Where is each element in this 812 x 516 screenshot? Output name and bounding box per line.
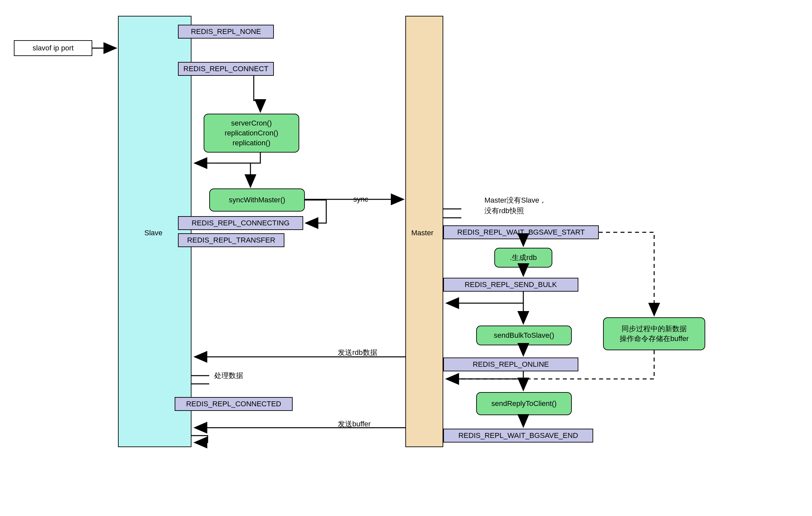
state-transfer: REDIS_REPL_TRANSFER xyxy=(178,233,284,247)
proc-cron: serverCron() replicationCron() replicati… xyxy=(204,114,299,152)
proc-sync: syncWithMaster() xyxy=(209,189,305,211)
state-online: REDIS_REPL_ONLINE xyxy=(443,357,578,371)
slave-title: Slave xyxy=(144,229,163,237)
state-send-bulk: REDIS_REPL_SEND_BULK xyxy=(443,278,578,292)
proc-buffer: 同步过程中的新数据 操作命令存储在buffer xyxy=(603,317,705,350)
state-wait-start: REDIS_REPL_WAIT_BGSAVE_START xyxy=(443,225,599,239)
proc-gen-rdb: .生成rdb xyxy=(494,248,552,267)
label-sync: sync xyxy=(353,195,368,204)
master-title: Master xyxy=(411,229,433,237)
label-noslave2: 没有rdb快照 xyxy=(485,206,524,216)
proc-send-bulk: sendBulkToSlave() xyxy=(476,325,572,345)
state-connect: REDIS_REPL_CONNECT xyxy=(178,62,274,76)
label-process: 处理数据 xyxy=(214,371,243,380)
state-connecting: REDIS_REPL_CONNECTING xyxy=(178,216,303,230)
state-connected: REDIS_REPL_CONNECTED xyxy=(175,397,293,411)
proc-send-reply: sendReplyToClient() xyxy=(476,392,572,415)
state-none: REDIS_REPL_NONE xyxy=(178,25,274,38)
command-box: slavof ip port xyxy=(14,40,92,56)
state-wait-end: REDIS_REPL_WAIT_BGSAVE_END xyxy=(443,429,593,442)
label-sendbuffer: 发送buffer xyxy=(338,419,371,429)
command-text: slavof ip port xyxy=(33,44,74,52)
label-sendrdb: 发送rdb数据 xyxy=(338,348,377,357)
label-noslave1: Master没有Slave， xyxy=(485,195,546,205)
